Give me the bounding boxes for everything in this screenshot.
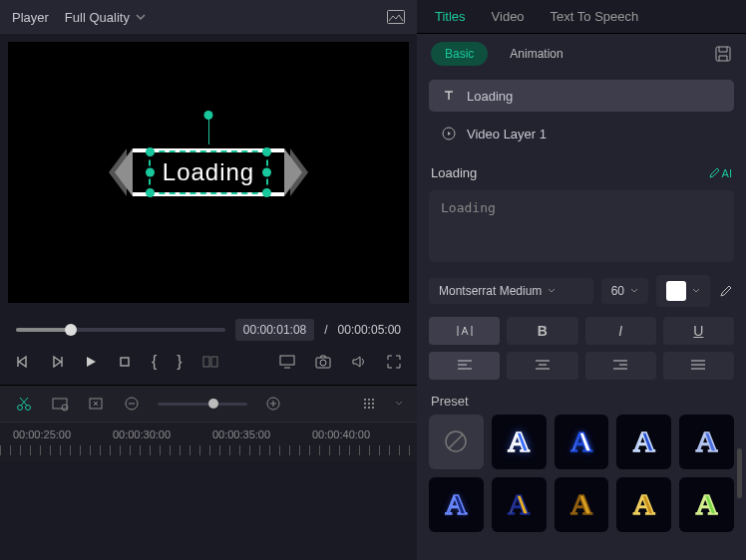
layer-label: Video Layer 1 (467, 127, 547, 141)
compare-button[interactable] (202, 353, 218, 371)
resize-handle[interactable] (262, 168, 271, 177)
tracks-button[interactable] (359, 394, 379, 414)
underline-button[interactable]: U (663, 317, 734, 345)
preset-item[interactable]: A (616, 415, 671, 469)
save-icon[interactable] (714, 45, 732, 63)
play-circle-icon (441, 126, 457, 141)
quality-select[interactable]: Full Quality (65, 10, 146, 25)
align-right-button[interactable] (585, 352, 656, 380)
zoom-knob[interactable] (208, 399, 218, 409)
monitor-button[interactable] (279, 353, 295, 371)
chevron-down-icon (692, 287, 700, 295)
ai-button[interactable]: AI (708, 167, 732, 179)
tab-video[interactable]: Video (492, 9, 525, 24)
align-justify-button[interactable] (663, 352, 734, 380)
tab-titles[interactable]: Titles (435, 9, 466, 24)
resize-handle[interactable] (262, 147, 271, 156)
font-family-value: Montserrat Medium (439, 284, 542, 298)
arrow-right-decor (284, 148, 302, 196)
scrub-knob[interactable] (65, 324, 77, 336)
layer-title[interactable]: Loading (429, 80, 734, 112)
resize-handle[interactable] (146, 188, 155, 197)
color-swatch (666, 281, 686, 301)
volume-button[interactable] (351, 353, 367, 371)
preset-item[interactable]: A (492, 415, 547, 469)
preview-title-text[interactable]: Loading (163, 158, 254, 186)
zoom-slider[interactable] (158, 403, 247, 406)
ruler-mark: 00:00:25:00 (13, 428, 71, 440)
text-icon (441, 88, 457, 104)
selection-box[interactable] (149, 150, 268, 194)
bold-button[interactable]: B (507, 317, 577, 345)
arrow-left-decor (115, 148, 133, 196)
svg-rect-2 (203, 357, 209, 367)
italic-button[interactable]: I (585, 317, 656, 345)
preset-item[interactable]: A (616, 477, 671, 532)
scrub-bar[interactable] (16, 328, 225, 332)
ruler-mark: 00:00:40:00 (312, 428, 370, 440)
timeline-ruler[interactable]: 00:00:25:00 00:00:30:00 00:00:35:00 00:0… (0, 421, 417, 461)
tab-tts[interactable]: Text To Speech (551, 9, 639, 24)
image-icon[interactable] (387, 10, 405, 24)
zoom-in-button[interactable] (263, 394, 283, 414)
svg-rect-4 (280, 356, 294, 365)
mark-in-button[interactable]: { (152, 353, 157, 371)
quality-value: Full Quality (65, 10, 130, 25)
mark-out-button[interactable]: } (177, 353, 182, 371)
timecode-duration: 00:00:05:00 (338, 323, 401, 337)
color-select[interactable] (656, 275, 710, 307)
step-fwd-button[interactable] (50, 353, 64, 371)
resize-handle[interactable] (146, 168, 155, 177)
font-size-select[interactable]: 60 (601, 278, 648, 304)
title-text-input[interactable] (429, 190, 734, 262)
crop-button[interactable] (86, 394, 106, 414)
preset-item[interactable]: A (679, 415, 734, 469)
chevron-down-icon[interactable] (395, 400, 403, 408)
svg-rect-14 (716, 47, 730, 61)
scrollbar[interactable] (737, 448, 742, 498)
svg-rect-1 (121, 358, 129, 366)
preset-item[interactable]: A (555, 477, 609, 532)
preset-item[interactable]: A (429, 477, 484, 532)
svg-rect-3 (211, 357, 217, 367)
chevron-down-icon[interactable] (238, 358, 239, 366)
preset-item[interactable]: A (555, 415, 609, 469)
zoom-out-button[interactable] (122, 394, 142, 414)
font-size-value: 60 (611, 284, 624, 298)
preset-item[interactable]: A (679, 477, 734, 532)
cut-tool-button[interactable] (14, 394, 34, 414)
font-family-select[interactable]: Montserrat Medium (429, 278, 593, 304)
preview-canvas[interactable]: Loading (8, 42, 409, 303)
preset-item[interactable]: A (492, 477, 547, 532)
edit-icon (708, 167, 720, 179)
rotate-handle[interactable] (203, 111, 212, 120)
svg-rect-0 (388, 11, 405, 24)
play-button[interactable] (84, 353, 98, 371)
chevron-down-icon (548, 287, 556, 295)
subtab-animation[interactable]: Animation (496, 42, 576, 66)
layer-video[interactable]: Video Layer 1 (429, 118, 734, 149)
svg-point-6 (320, 360, 326, 366)
align-left-button[interactable] (429, 352, 500, 380)
step-back-button[interactable] (16, 353, 30, 371)
auto-reframe-button[interactable] (50, 394, 70, 414)
fullscreen-button[interactable] (387, 353, 401, 371)
stop-button[interactable] (118, 353, 132, 371)
timecode-sep: / (324, 323, 327, 337)
chevron-down-icon (136, 12, 146, 22)
resize-handle[interactable] (146, 147, 155, 156)
ruler-mark: 00:00:35:00 (212, 428, 270, 440)
align-center-button[interactable] (507, 352, 577, 380)
preset-none[interactable] (429, 415, 484, 469)
chevron-down-icon (630, 287, 638, 295)
snapshot-button[interactable] (315, 353, 331, 371)
player-label: Player (12, 10, 49, 25)
char-spacing-button[interactable] (429, 317, 500, 345)
resize-handle[interactable] (262, 188, 271, 197)
eyedropper-button[interactable] (718, 283, 734, 299)
subtab-basic[interactable]: Basic (431, 42, 488, 66)
svg-point-7 (18, 406, 23, 411)
timecode-current: 00:00:01:08 (235, 319, 314, 341)
svg-rect-9 (53, 399, 67, 409)
preset-grid: A A A A A A A A A (417, 415, 746, 532)
